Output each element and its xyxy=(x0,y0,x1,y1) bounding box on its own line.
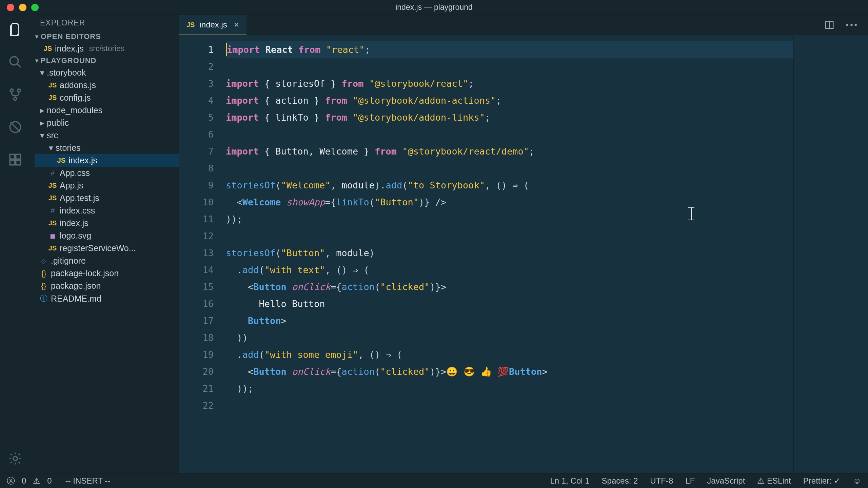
prettier-status[interactable]: Prettier: ✓ xyxy=(803,476,841,486)
svg-rect-7 xyxy=(10,160,15,165)
svg-rect-6 xyxy=(16,154,21,159)
feedback-icon[interactable]: ☺ xyxy=(853,476,861,486)
folder-public[interactable]: public xyxy=(35,117,179,129)
file-package.json[interactable]: {}package.json xyxy=(35,280,179,292)
file-registerServiceWo...[interactable]: JSregisterServiceWo... xyxy=(35,242,179,255)
file-index.js[interactable]: JSindex.js xyxy=(35,154,179,167)
sidebar-header: EXPLORER xyxy=(31,15,179,31)
eslint-status[interactable]: ⚠ ESLint xyxy=(757,476,791,486)
tabs-bar: JS index.js × ••• xyxy=(179,15,868,35)
language-mode[interactable]: JavaScript xyxy=(707,476,745,486)
folder-.storybook[interactable]: .storybook xyxy=(35,66,179,79)
diamond-file-icon: ◇ xyxy=(40,257,47,265)
svg-rect-8 xyxy=(16,160,21,165)
hash-file-icon: # xyxy=(49,169,56,178)
zoom-window-icon[interactable] xyxy=(31,4,39,11)
js-file-icon: JS xyxy=(186,21,195,29)
file-label: addons.js xyxy=(60,80,96,90)
code-editor[interactable]: import React from "react"; import { stor… xyxy=(223,35,793,473)
minimap[interactable] xyxy=(793,35,868,473)
extensions-icon[interactable] xyxy=(7,152,23,167)
folder-node_modules[interactable]: node_modules xyxy=(35,104,179,117)
window-controls xyxy=(0,4,39,11)
error-count[interactable]: 0 xyxy=(22,476,26,486)
file-README.md[interactable]: ⓘREADME.md xyxy=(35,292,179,305)
file-label: package.json xyxy=(51,281,101,291)
explorer-icon[interactable] xyxy=(7,22,23,37)
svg-point-0 xyxy=(10,57,18,65)
status-bar: ⓧ 0 ⚠ 0 -- INSERT -- Ln 1, Col 1 Spaces:… xyxy=(0,473,868,488)
file-label: App.js xyxy=(60,181,83,190)
close-tab-icon[interactable]: × xyxy=(234,20,239,30)
file-label: README.md xyxy=(51,294,101,304)
close-window-icon[interactable] xyxy=(7,4,14,11)
cursor-position[interactable]: Ln 1, Col 1 xyxy=(550,476,590,486)
tab-label: index.js xyxy=(199,20,227,29)
file-label: index.css xyxy=(60,206,95,216)
search-icon[interactable] xyxy=(7,54,23,70)
file-label: package-lock.json xyxy=(51,268,119,278)
file-label: App.css xyxy=(60,168,90,178)
editor-area: JS index.js × ••• 1234567891011121314151… xyxy=(179,15,868,473)
file-package-lock.json[interactable]: {}package-lock.json xyxy=(35,267,179,280)
js-file-icon: JS xyxy=(58,157,65,164)
file-config.js[interactable]: JSconfig.js xyxy=(35,92,179,104)
indentation[interactable]: Spaces: 2 xyxy=(602,476,638,486)
open-editor-filename: index.js xyxy=(55,44,84,54)
file-logo.svg[interactable]: ◼logo.svg xyxy=(35,229,179,242)
file-label: App.test.js xyxy=(60,193,99,203)
line-gutter: 12345678910111213141516171819202122 xyxy=(179,35,223,473)
svg-rect-5 xyxy=(10,154,15,159)
js-file-icon: JS xyxy=(49,194,56,202)
file-.gitignore[interactable]: ◇.gitignore xyxy=(35,255,179,267)
vim-mode: -- INSERT -- xyxy=(65,476,110,486)
info-file-icon: ⓘ xyxy=(40,293,47,304)
text-cursor-icon xyxy=(691,207,692,220)
window-title: index.js — playground xyxy=(395,3,473,12)
source-control-icon[interactable] xyxy=(7,87,23,102)
file-label: config.js xyxy=(60,93,91,103)
file-App.test.js[interactable]: JSApp.test.js xyxy=(35,192,179,204)
warning-count[interactable]: 0 xyxy=(47,476,52,486)
file-tree: .storybookJSaddons.jsJSconfig.jsnode_mod… xyxy=(31,66,179,305)
title-bar: index.js — playground xyxy=(0,0,868,15)
file-index.js[interactable]: JSindex.js xyxy=(35,217,179,229)
file-App.css[interactable]: #App.css xyxy=(35,167,179,179)
eol[interactable]: LF xyxy=(685,476,695,486)
js-file-icon: JS xyxy=(49,182,56,189)
file-addons.js[interactable]: JSaddons.js xyxy=(35,79,179,92)
open-editors-header[interactable]: OPEN EDITORS xyxy=(31,31,179,42)
tab-index-js[interactable]: JS index.js × xyxy=(179,15,246,35)
activity-bar xyxy=(0,15,31,473)
file-label: index.js xyxy=(60,218,88,228)
folder-src[interactable]: src xyxy=(35,129,179,142)
file-index.css[interactable]: #index.css xyxy=(35,204,179,217)
hash-file-icon: # xyxy=(49,206,56,215)
explorer-sidebar: EXPLORER OPEN EDITORS JS index.js src/st… xyxy=(31,15,179,473)
file-label: index.js xyxy=(68,156,97,165)
svg-point-1 xyxy=(10,89,13,92)
open-editor-item[interactable]: JS index.js src/stories xyxy=(31,42,179,55)
js-file-icon: JS xyxy=(49,81,56,89)
brace-file-icon: {} xyxy=(40,282,47,290)
split-editor-icon[interactable] xyxy=(824,20,834,30)
encoding[interactable]: UTF-8 xyxy=(650,476,673,486)
svg-point-2 xyxy=(17,89,20,92)
js-file-icon: JS xyxy=(44,45,52,53)
settings-gear-icon[interactable] xyxy=(7,451,23,466)
more-actions-icon[interactable]: ••• xyxy=(846,20,859,30)
warning-icon[interactable]: ⚠ xyxy=(33,476,40,486)
js-file-icon: JS xyxy=(49,219,56,227)
minimize-window-icon[interactable] xyxy=(19,4,26,11)
debug-icon[interactable] xyxy=(7,119,23,135)
img-file-icon: ◼ xyxy=(49,232,56,240)
brace-file-icon: {} xyxy=(40,269,47,278)
error-icon[interactable]: ⓧ xyxy=(7,475,15,486)
project-header[interactable]: PLAYGROUND xyxy=(31,55,179,66)
js-file-icon: JS xyxy=(49,94,56,102)
svg-point-3 xyxy=(14,97,17,100)
file-label: .gitignore xyxy=(51,256,86,266)
folder-stories[interactable]: stories xyxy=(35,142,179,154)
file-App.js[interactable]: JSApp.js xyxy=(35,179,179,192)
js-file-icon: JS xyxy=(49,244,56,252)
